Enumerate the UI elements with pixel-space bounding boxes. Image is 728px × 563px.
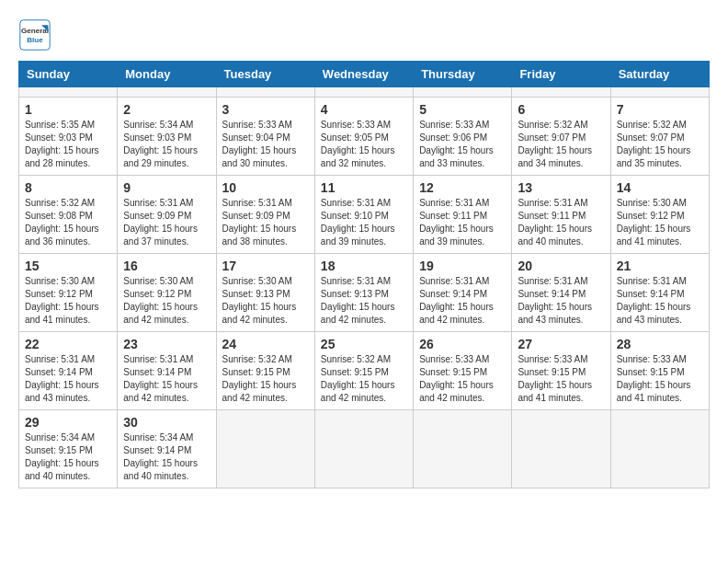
day-info: Sunrise: 5:32 AMSunset: 9:15 PMDaylight:… [321, 354, 395, 403]
day-number: 4 [321, 102, 407, 117]
calendar-cell [414, 87, 512, 98]
day-info: Sunrise: 5:33 AMSunset: 9:15 PMDaylight:… [518, 354, 592, 403]
day-info: Sunrise: 5:35 AMSunset: 9:03 PMDaylight:… [25, 120, 99, 168]
day-number: 16 [123, 259, 210, 273]
calendar-cell [118, 87, 216, 98]
calendar-week-row [19, 87, 710, 98]
day-info: Sunrise: 5:31 AMSunset: 9:10 PMDaylight:… [321, 198, 395, 247]
calendar-cell: 21Sunrise: 5:31 AMSunset: 9:14 PMDayligh… [610, 254, 709, 332]
svg-text:Blue: Blue [27, 36, 43, 44]
day-number: 19 [419, 259, 506, 273]
day-number: 20 [518, 259, 604, 273]
calendar-cell [610, 87, 709, 98]
calendar-header-tuesday: Tuesday [216, 62, 314, 87]
svg-text:General: General [21, 27, 49, 35]
calendar-cell: 27Sunrise: 5:33 AMSunset: 9:15 PMDayligh… [512, 332, 610, 410]
day-number: 2 [123, 102, 210, 117]
day-info: Sunrise: 5:31 AMSunset: 9:09 PMDaylight:… [123, 198, 198, 247]
calendar-cell [216, 410, 314, 488]
day-number: 14 [617, 180, 703, 195]
calendar-header-thursday: Thursday [414, 62, 512, 87]
day-number: 1 [25, 102, 111, 117]
calendar-cell: 11Sunrise: 5:31 AMSunset: 9:10 PMDayligh… [314, 176, 413, 254]
calendar-cell: 29Sunrise: 5:34 AMSunset: 9:15 PMDayligh… [19, 410, 118, 488]
day-info: Sunrise: 5:31 AMSunset: 9:11 PMDaylight:… [419, 198, 494, 247]
day-number: 5 [419, 102, 506, 117]
calendar-cell [512, 87, 610, 98]
calendar-week-row: 1Sunrise: 5:35 AMSunset: 9:03 PMDaylight… [19, 98, 710, 176]
calendar-cell: 2Sunrise: 5:34 AMSunset: 9:03 PMDaylight… [118, 98, 216, 176]
day-info: Sunrise: 5:31 AMSunset: 9:13 PMDaylight:… [321, 276, 395, 325]
calendar-cell [216, 87, 314, 98]
calendar-cell: 7Sunrise: 5:32 AMSunset: 9:07 PMDaylight… [610, 98, 709, 176]
calendar-week-row: 8Sunrise: 5:32 AMSunset: 9:08 PMDaylight… [19, 176, 710, 254]
day-number: 6 [518, 102, 604, 117]
day-info: Sunrise: 5:30 AMSunset: 9:12 PMDaylight:… [25, 276, 99, 325]
day-info: Sunrise: 5:32 AMSunset: 9:07 PMDaylight:… [617, 120, 691, 168]
calendar-cell: 8Sunrise: 5:32 AMSunset: 9:08 PMDaylight… [19, 176, 118, 254]
day-number: 10 [222, 180, 309, 195]
calendar-header-monday: Monday [118, 62, 216, 87]
calendar-cell: 12Sunrise: 5:31 AMSunset: 9:11 PMDayligh… [414, 176, 512, 254]
calendar-cell: 20Sunrise: 5:31 AMSunset: 9:14 PMDayligh… [512, 254, 610, 332]
calendar-header-wednesday: Wednesday [314, 62, 413, 87]
day-number: 8 [25, 180, 111, 195]
calendar-cell: 6Sunrise: 5:32 AMSunset: 9:07 PMDaylight… [512, 98, 610, 176]
calendar-cell [414, 410, 512, 488]
day-number: 30 [123, 415, 210, 430]
logo-icon: General Blue [18, 18, 51, 52]
calendar-cell: 19Sunrise: 5:31 AMSunset: 9:14 PMDayligh… [414, 254, 512, 332]
day-info: Sunrise: 5:32 AMSunset: 9:08 PMDaylight:… [25, 198, 99, 247]
day-number: 27 [518, 337, 604, 351]
day-number: 21 [617, 259, 703, 273]
day-number: 12 [419, 180, 506, 195]
day-info: Sunrise: 5:32 AMSunset: 9:07 PMDaylight:… [518, 120, 592, 168]
calendar-week-row: 15Sunrise: 5:30 AMSunset: 9:12 PMDayligh… [19, 254, 710, 332]
calendar-cell: 9Sunrise: 5:31 AMSunset: 9:09 PMDaylight… [118, 176, 216, 254]
day-info: Sunrise: 5:34 AMSunset: 9:15 PMDaylight:… [25, 432, 99, 481]
calendar-cell: 13Sunrise: 5:31 AMSunset: 9:11 PMDayligh… [512, 176, 610, 254]
day-info: Sunrise: 5:32 AMSunset: 9:15 PMDaylight:… [222, 354, 297, 403]
calendar-cell: 15Sunrise: 5:30 AMSunset: 9:12 PMDayligh… [19, 254, 118, 332]
day-number: 9 [123, 180, 210, 195]
day-info: Sunrise: 5:31 AMSunset: 9:14 PMDaylight:… [25, 354, 99, 403]
calendar-cell [19, 87, 118, 98]
calendar-cell: 5Sunrise: 5:33 AMSunset: 9:06 PMDaylight… [414, 98, 512, 176]
day-info: Sunrise: 5:30 AMSunset: 9:12 PMDaylight:… [123, 276, 198, 325]
calendar-cell: 26Sunrise: 5:33 AMSunset: 9:15 PMDayligh… [414, 332, 512, 410]
calendar-cell: 24Sunrise: 5:32 AMSunset: 9:15 PMDayligh… [216, 332, 314, 410]
day-number: 23 [123, 337, 210, 351]
day-info: Sunrise: 5:31 AMSunset: 9:14 PMDaylight:… [419, 276, 494, 325]
day-number: 15 [25, 259, 111, 273]
day-info: Sunrise: 5:31 AMSunset: 9:09 PMDaylight:… [222, 198, 297, 247]
calendar-cell [610, 410, 709, 488]
day-number: 26 [419, 337, 506, 351]
calendar-cell: 23Sunrise: 5:31 AMSunset: 9:14 PMDayligh… [118, 332, 216, 410]
day-number: 7 [617, 102, 703, 117]
day-info: Sunrise: 5:33 AMSunset: 9:15 PMDaylight:… [617, 354, 691, 403]
day-number: 17 [222, 259, 309, 273]
day-number: 25 [321, 337, 407, 351]
calendar-header-saturday: Saturday [610, 62, 709, 87]
day-info: Sunrise: 5:31 AMSunset: 9:14 PMDaylight:… [518, 276, 592, 325]
day-info: Sunrise: 5:31 AMSunset: 9:14 PMDaylight:… [123, 354, 198, 403]
day-number: 13 [518, 180, 604, 195]
calendar-cell [314, 410, 413, 488]
day-info: Sunrise: 5:30 AMSunset: 9:13 PMDaylight:… [222, 276, 297, 325]
day-info: Sunrise: 5:34 AMSunset: 9:14 PMDaylight:… [123, 432, 198, 481]
calendar-week-row: 22Sunrise: 5:31 AMSunset: 9:14 PMDayligh… [19, 332, 710, 410]
day-info: Sunrise: 5:33 AMSunset: 9:15 PMDaylight:… [419, 354, 494, 403]
day-info: Sunrise: 5:31 AMSunset: 9:14 PMDaylight:… [617, 276, 691, 325]
calendar-cell: 22Sunrise: 5:31 AMSunset: 9:14 PMDayligh… [19, 332, 118, 410]
calendar-cell: 18Sunrise: 5:31 AMSunset: 9:13 PMDayligh… [314, 254, 413, 332]
day-info: Sunrise: 5:33 AMSunset: 9:05 PMDaylight:… [321, 120, 395, 168]
calendar-cell: 16Sunrise: 5:30 AMSunset: 9:12 PMDayligh… [118, 254, 216, 332]
calendar-cell: 28Sunrise: 5:33 AMSunset: 9:15 PMDayligh… [610, 332, 709, 410]
calendar-cell: 1Sunrise: 5:35 AMSunset: 9:03 PMDaylight… [19, 98, 118, 176]
day-number: 3 [222, 102, 309, 117]
day-number: 24 [222, 337, 309, 351]
day-info: Sunrise: 5:31 AMSunset: 9:11 PMDaylight:… [518, 198, 592, 247]
day-number: 11 [321, 180, 407, 195]
day-number: 28 [617, 337, 703, 351]
day-info: Sunrise: 5:33 AMSunset: 9:04 PMDaylight:… [222, 120, 297, 168]
